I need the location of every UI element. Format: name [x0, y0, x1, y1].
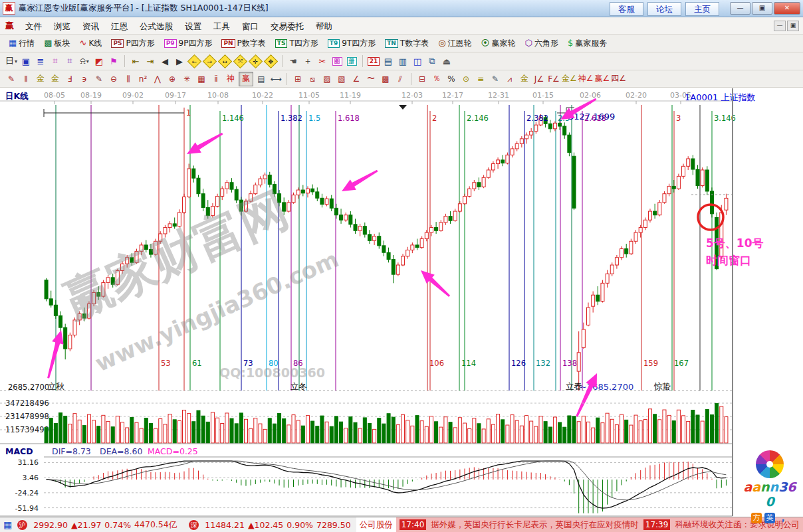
period-day-icon[interactable]: 日▾: [5, 54, 18, 68]
marker-icon[interactable]: ✎: [489, 72, 502, 86]
shen-tool-icon[interactable]: 神: [224, 72, 237, 86]
toolbar-9P四方形[interactable]: P99P四方形: [160, 37, 217, 50]
toolbar-P数字表[interactable]: PNP数字表: [217, 37, 270, 50]
next-bar-icon[interactable]: ▶: [173, 54, 186, 68]
quote-list-icon[interactable]: ≣: [34, 54, 47, 68]
grid-lines-icon[interactable]: ⫴: [19, 72, 33, 86]
gold-angle-icon[interactable]: 金: [518, 72, 531, 86]
zoom-in-icon[interactable]: ✛: [249, 54, 263, 68]
span-tool-icon[interactable]: ⟷: [269, 72, 283, 86]
toolbar-江恩轮[interactable]: ◎江恩轮: [433, 37, 476, 50]
fibo-ruler-icon[interactable]: Ⅎ: [63, 72, 76, 86]
arc-fan-icon[interactable]: ⩘: [503, 72, 516, 86]
album-tool-icon[interactable]: 册: [345, 54, 358, 68]
last-bar-icon[interactable]: ⇥: [144, 54, 157, 68]
net-grid-icon[interactable]: ▩: [379, 72, 392, 86]
menu-item-交易委托[interactable]: 交易委托: [265, 19, 310, 33]
winner-angle-icon[interactable]: 赢∠: [595, 72, 610, 86]
sh-index-quote[interactable]: 沪 2992.90 ▲21.97 0.74% 4470.54亿: [15, 519, 177, 531]
gold-ratio-icon[interactable]: 金: [34, 72, 47, 86]
price-scale-icon[interactable]: ⊟: [415, 72, 429, 86]
angle-tool-icon[interactable]: ⋀: [151, 72, 164, 86]
shen-angle-icon[interactable]: 神∠: [578, 72, 594, 86]
percent-icon[interactable]: %: [445, 72, 458, 86]
angle-line-icon[interactable]: ∠: [350, 72, 363, 86]
mini-chart3-icon[interactable]: ⌗: [49, 54, 62, 68]
indicator-icon[interactable]: ⍾▾: [78, 54, 91, 68]
percent-band-icon[interactable]: ％: [430, 72, 443, 86]
wave-tool-icon[interactable]: 〜: [364, 72, 378, 86]
pan-left-icon[interactable]: ←: [187, 54, 201, 68]
flag-chart-icon[interactable]: ⚑: [107, 54, 120, 68]
calendar-icon[interactable]: 21: [367, 54, 380, 68]
calculator-icon[interactable]: ▤: [382, 54, 395, 68]
ruler-grid-icon[interactable]: ▤: [255, 72, 268, 86]
pan-right-icon[interactable]: →: [203, 54, 217, 68]
parallel-icon[interactable]: ⅱ: [209, 72, 223, 86]
hand-tool-icon[interactable]: ☚: [287, 54, 300, 68]
news-ticker[interactable]: 公司股份17:40据外媒，英国央行行长卡尼表示，英国央行在应对疫情时17:39科…: [356, 517, 803, 532]
shade-box-icon[interactable]: ▨: [320, 72, 334, 86]
menu-item-资讯[interactable]: 资讯: [76, 19, 105, 33]
mini-chart9-icon[interactable]: ⌗: [63, 54, 76, 68]
menu-item-文件[interactable]: 文件: [19, 19, 48, 33]
compress-icon[interactable]: ⤧: [233, 54, 247, 68]
menu-item-浏览[interactable]: 浏览: [48, 19, 76, 33]
gann-circle-icon[interactable]: ⊕: [166, 72, 179, 86]
square-number-icon[interactable]: n²: [136, 72, 150, 86]
prev-bar-icon[interactable]: ◀: [158, 54, 172, 68]
gold-levels-icon[interactable]: ≡: [474, 72, 487, 86]
menu-item-公式选股[interactable]: 公式选股: [134, 19, 179, 33]
gann-fan-star-icon[interactable]: ✳: [180, 72, 193, 86]
toolbar-六角形[interactable]: ⬡六角形: [520, 37, 563, 50]
hatch-lines-icon[interactable]: ⫼: [122, 72, 135, 86]
zoom-out-icon[interactable]: ✥: [264, 54, 278, 68]
export-icon[interactable]: ⧉: [425, 54, 439, 68]
toolbar-赢家服务[interactable]: $赢家服务: [563, 37, 612, 50]
mdi-minimize-button[interactable]: —: [774, 21, 786, 31]
customer-service-button[interactable]: 客服: [610, 2, 643, 16]
j-angle-icon[interactable]: J∠: [532, 72, 546, 86]
f-angle-icon[interactable]: F∠: [547, 72, 560, 86]
menu-item-窗口[interactable]: 窗口: [236, 19, 265, 33]
toolbar-赢家轮[interactable]: ⦿赢家轮: [477, 37, 520, 50]
minimize-button[interactable]: —: [730, 2, 750, 15]
uninstall-icon[interactable]: ⏏: [440, 54, 453, 68]
menu-item-江恩[interactable]: 江恩: [105, 19, 134, 33]
arc-tool-icon[interactable]: ϶: [78, 72, 91, 86]
save-disk-icon[interactable]: ◫: [411, 54, 424, 68]
close-button[interactable]: ✕: [774, 2, 800, 15]
forum-button[interactable]: 论坛: [647, 2, 681, 16]
circle-tool-icon[interactable]: ⊖: [107, 72, 120, 86]
four-angle-icon[interactable]: 四∠: [611, 72, 626, 86]
homepage-button[interactable]: 主页: [685, 2, 719, 16]
window-layout-icon[interactable]: ▣: [19, 54, 33, 68]
gold-gann-angle-icon[interactable]: 金∠: [562, 72, 577, 86]
slant-lines-icon[interactable]: ⫽: [394, 72, 407, 86]
fan-lines-icon[interactable]: ⧅: [306, 72, 319, 86]
notes-icon[interactable]: ▥: [396, 54, 409, 68]
menu-item-设置[interactable]: 设置: [179, 19, 207, 33]
expand-h-icon[interactable]: ↔: [218, 54, 232, 68]
toolbar-P四方形[interactable]: PSP四方形: [106, 37, 159, 50]
mdi-restore-button[interactable]: ▣: [787, 21, 799, 31]
maximize-button[interactable]: ▣: [752, 2, 772, 15]
toolbar-9T四方形[interactable]: T99T四方形: [323, 37, 380, 50]
menu-item-帮助[interactable]: 帮助: [310, 19, 338, 33]
shade-box2-icon[interactable]: ▧: [335, 72, 348, 86]
gold-ratio2-icon[interactable]: 金: [49, 72, 62, 86]
box-tool-icon[interactable]: ⊞: [291, 72, 304, 86]
toolbar-行情[interactable]: ▦行情: [4, 37, 39, 50]
image-tool-icon[interactable]: 图: [330, 54, 344, 68]
toolbar-板块[interactable]: ▩板块: [39, 37, 74, 50]
menu-item-工具[interactable]: 工具: [207, 19, 236, 33]
brush-tool-icon[interactable]: ✎: [92, 72, 106, 86]
crosshair-icon[interactable]: ＋: [301, 54, 314, 68]
gann-grid-icon[interactable]: ▦: [195, 72, 208, 86]
cut-icon[interactable]: ✂: [316, 54, 329, 68]
pen-tool-icon[interactable]: ✎: [5, 72, 18, 86]
candlestick-chart[interactable]: 日K线08-0508-1909-0209-1710-0810-2211-0511…: [0, 88, 803, 517]
sz-index-quote[interactable]: 深 11484.21 ▲102.45 0.90% 7289.50: [186, 520, 350, 530]
toolbar-K线[interactable]: ∿K线: [75, 37, 107, 50]
winner-tool-icon[interactable]: 赢: [239, 72, 253, 86]
